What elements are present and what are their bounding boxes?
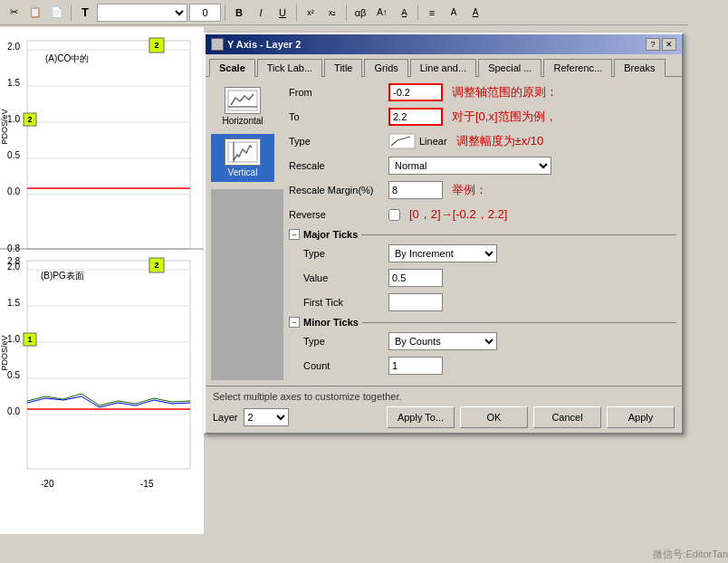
from-input[interactable]	[388, 83, 443, 101]
count-input[interactable]	[388, 357, 443, 375]
reverse-checkbox[interactable]	[388, 209, 400, 221]
row-type: Type Linear 调整幅度为±x/10	[289, 131, 676, 151]
major-ticks-line	[361, 234, 676, 235]
tab-scale[interactable]: Scale	[209, 59, 255, 77]
svg-text:0.0: 0.0	[7, 406, 20, 416]
color-btn[interactable]: A̲	[394, 3, 414, 23]
major-ticks-section: − Major Ticks	[289, 229, 676, 240]
icon-vertical[interactable]: Vertical	[211, 134, 274, 182]
first-tick-input[interactable]	[388, 293, 443, 311]
to-input[interactable]	[388, 108, 443, 126]
svg-text:2.0: 2.0	[7, 42, 20, 52]
svg-rect-42	[228, 91, 257, 110]
dialog-y-axis: Y Axis - Layer 2 ? ✕ Scale Tick Lab... T…	[204, 33, 684, 434]
row-first-tick: First Tick	[289, 292, 676, 312]
bold-btn[interactable]: B	[229, 3, 249, 23]
annotation-line1: 调整轴范围的原则：	[452, 84, 558, 100]
svg-text:0.5: 0.5	[7, 370, 20, 380]
major-ticks-collapse[interactable]: −	[289, 229, 300, 240]
tab-line-and[interactable]: Line and...	[410, 59, 476, 77]
minor-ticks-section: − Minor Ticks	[289, 317, 676, 328]
minor-ticks-collapse[interactable]: −	[289, 317, 300, 328]
tab-title[interactable]: Title	[324, 59, 362, 77]
rescale-margin-input[interactable]	[388, 181, 443, 199]
sep-4	[346, 5, 347, 21]
graph-svg: 2.0 1.5 1.0 0.5 0.0 2 PDOS/eV (A)CO中的 2 …	[0, 27, 204, 534]
svg-text:-15: -15	[140, 479, 154, 489]
sep-5	[417, 5, 418, 21]
dialog-icon	[211, 38, 224, 51]
sup-btn[interactable]: x²	[301, 3, 321, 23]
minor-ticks-label: Minor Ticks	[303, 317, 359, 328]
annotation-line4: 举例：	[452, 182, 487, 198]
row-reverse: Reverse [0，2]→[-0.2，2.2]	[289, 205, 676, 224]
sub-btn[interactable]: x₂	[322, 3, 342, 23]
row-rescale-margin: Rescale Margin(%) 举例：	[289, 180, 676, 200]
major-ticks-label: Major Ticks	[303, 229, 358, 240]
svg-text:2.8: 2.8	[7, 256, 20, 266]
tab-special[interactable]: Special ...	[478, 59, 541, 77]
tab-tick-lab[interactable]: Tick Lab...	[257, 59, 322, 77]
graph-area: 2.0 1.5 1.0 0.5 0.0 2 PDOS/eV (A)CO中的 2 …	[0, 27, 204, 534]
underline2-btn[interactable]: A	[465, 3, 485, 23]
toolbar-icon-2[interactable]: 📋	[25, 3, 45, 23]
svg-text:(A)CO中的: (A)CO中的	[45, 53, 89, 63]
svg-text:2: 2	[154, 261, 158, 270]
lines-btn[interactable]: ≡	[422, 3, 442, 23]
sep-1	[71, 5, 72, 21]
layer-select[interactable]: 2	[244, 408, 289, 426]
cancel-btn[interactable]: Cancel	[533, 406, 601, 428]
svg-rect-44	[228, 142, 257, 162]
svg-rect-19	[27, 261, 190, 469]
annotation-line2: 对于[0,x]范围为例，	[452, 109, 557, 125]
watermark: 微信号:EditorTan	[653, 548, 728, 561]
vertical-icon	[225, 138, 261, 166]
minor-type-select[interactable]: By Counts	[388, 332, 497, 350]
svg-rect-46	[389, 134, 415, 148]
tab-referenc[interactable]: Referenc...	[543, 59, 612, 77]
linear-icon	[388, 133, 416, 149]
toolbar-icon-1[interactable]: ✂	[4, 3, 24, 23]
status-text: Select multiple axes to customize togeth…	[213, 391, 675, 402]
format-btn[interactable]: A↑	[372, 3, 392, 23]
italic-btn[interactable]: I	[251, 3, 271, 23]
value-input[interactable]	[388, 269, 443, 287]
icon-panel: Horizontal Vertical	[211, 82, 283, 380]
type-value: Linear	[419, 136, 447, 147]
tab-grids[interactable]: Grids	[364, 59, 407, 77]
apply-to-btn[interactable]: Apply To...	[387, 406, 455, 428]
color2-btn[interactable]: A	[444, 3, 464, 23]
first-tick-label: First Tick	[289, 297, 388, 308]
svg-text:-20: -20	[41, 479, 54, 489]
font-selector[interactable]: Default: Arial	[97, 4, 187, 22]
ok-btn[interactable]: OK	[460, 406, 528, 428]
toolbar: ✂ 📋 📄 T Default: Arial B I U x² x₂ αβ A↑…	[0, 0, 688, 25]
tab-bar: Scale Tick Lab... Title Grids Line and..…	[206, 54, 682, 77]
row-to: To 对于[0,x]范围为例，	[289, 107, 676, 127]
icon-horizontal[interactable]: Horizontal	[211, 82, 274, 130]
row-major-type: Type By Increment	[289, 243, 676, 263]
svg-text:0.8: 0.8	[7, 243, 20, 253]
major-type-select[interactable]: By Increment	[388, 244, 497, 262]
dialog-titlebar: Y Axis - Layer 2 ? ✕	[206, 34, 682, 54]
rescale-margin-label: Rescale Margin(%)	[289, 185, 388, 196]
tab-breaks[interactable]: Breaks	[614, 59, 665, 77]
rescale-select[interactable]: Normal	[388, 157, 551, 175]
font-size-input[interactable]	[189, 4, 221, 22]
dialog-help-btn[interactable]: ?	[646, 38, 660, 51]
rescale-label: Rescale	[289, 160, 388, 171]
underline-btn[interactable]: U	[273, 3, 292, 23]
toolbar-icon-3[interactable]: 📄	[47, 3, 67, 23]
form-panel: From 调整轴范围的原则： To 对于[0,x]范围为例， Type	[289, 82, 676, 380]
apply-btn[interactable]: Apply	[607, 406, 675, 428]
toolbar-icon-4[interactable]: T	[75, 3, 95, 23]
special-char-btn[interactable]: αβ	[350, 3, 370, 23]
dialog-close-btn[interactable]: ✕	[662, 38, 676, 51]
from-label: From	[289, 87, 388, 98]
svg-text:1.0: 1.0	[7, 334, 20, 344]
svg-text:0.5: 0.5	[7, 150, 20, 160]
dialog-window-controls: ? ✕	[646, 38, 676, 51]
minor-type-label: Type	[289, 336, 388, 347]
svg-text:1: 1	[27, 335, 32, 344]
svg-text:0.0: 0.0	[7, 186, 20, 196]
